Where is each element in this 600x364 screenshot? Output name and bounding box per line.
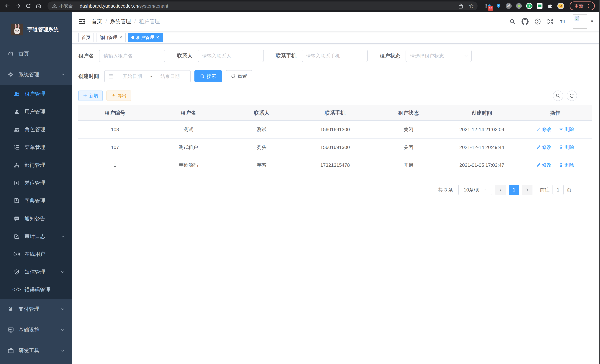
extension-y-icon[interactable]: Y: [526, 3, 533, 9]
tab-tenant[interactable]: 租户管理 ✕: [128, 33, 162, 42]
sidebar-item-label: 通知公告: [25, 215, 45, 222]
next-page-button[interactable]: [522, 185, 533, 195]
status-select[interactable]: 请选择租户状态: [406, 50, 472, 62]
goto-page-input[interactable]: [553, 185, 564, 195]
security-label[interactable]: 不安全: [59, 3, 73, 9]
profile-avatar-icon[interactable]: [557, 3, 564, 9]
sidebar-item-posts[interactable]: 岗位管理: [0, 174, 72, 192]
edit-button[interactable]: 修改: [536, 126, 552, 133]
cell-contact: 测试: [225, 121, 298, 138]
svg-text:?: ?: [536, 20, 539, 24]
extension-dot-icon[interactable]: [516, 3, 522, 9]
sidebar-item-menus[interactable]: 菜单管理: [0, 138, 72, 156]
cell-tenant-id: 108: [78, 121, 151, 138]
system-submenu: 租户管理 用户管理 角色管理: [0, 85, 72, 299]
tenant-name-label: 租户名: [78, 52, 94, 59]
browser-back-button[interactable]: [3, 1, 12, 10]
url-text[interactable]: dashboard.yudao.iocoder.cn/system/tenant: [80, 3, 458, 9]
sidebar-item-tenant[interactable]: 租户管理: [0, 85, 72, 103]
extension-command-icon[interactable]: ⌘: [506, 3, 512, 9]
sidebar-item-label: 部门管理: [25, 162, 45, 169]
sidebar-item-dict[interactable]: 字典管理: [0, 192, 72, 210]
prev-page-button[interactable]: [495, 185, 506, 195]
kebab-menu-icon[interactable]: ⋮: [586, 3, 591, 8]
sidebar-item-label: 首页: [19, 50, 29, 57]
sidebar-item-label: 岗位管理: [25, 179, 45, 187]
sidebar-item-devtools[interactable]: 研发工具: [0, 340, 72, 361]
address-bar[interactable]: 不安全 dashboard.yudao.iocoder.cn/system/te…: [47, 1, 478, 10]
sidebar-item-users[interactable]: 用户管理: [0, 103, 72, 121]
sidebar-logo[interactable]: 芋道管理系统: [0, 12, 72, 43]
sidebar-item-roles[interactable]: 角色管理: [0, 121, 72, 138]
logo-image: [11, 24, 23, 36]
sidebar-item-audit-log[interactable]: 审计日志: [0, 227, 72, 245]
header-search-icon[interactable]: [506, 15, 519, 28]
avatar-caret-icon[interactable]: ▼: [590, 19, 594, 24]
extensions-puzzle-icon[interactable]: [547, 3, 553, 9]
browser-update-button[interactable]: 更新 ⋮: [570, 1, 595, 10]
sidebar-item-system[interactable]: 系统管理: [0, 64, 72, 85]
close-icon[interactable]: ✕: [119, 35, 122, 40]
cell-status: 关闭: [372, 138, 445, 156]
mobile-input[interactable]: [302, 50, 368, 62]
breadcrumb-system[interactable]: 系统管理: [110, 18, 131, 25]
tab-departments[interactable]: 部门管理 ✕: [96, 33, 126, 42]
contact-input[interactable]: [198, 50, 264, 62]
delete-button[interactable]: 删除: [559, 126, 574, 133]
github-icon[interactable]: [519, 15, 531, 28]
extension-diamond-icon[interactable]: 10: [485, 3, 491, 9]
browser-forward-button[interactable]: [13, 1, 22, 10]
breadcrumb-home[interactable]: 首页: [92, 18, 102, 25]
cell-mobile: 15601691300: [298, 138, 372, 156]
column-header: 联系人: [225, 105, 298, 121]
filter-row-2: 创建时间 开始日期 - 结束日期 搜索: [78, 70, 592, 82]
toolbox-icon: [7, 347, 14, 354]
table-row: 108 测试 测试 15601691300 关闭 2021-12-14 21:0…: [78, 121, 592, 138]
close-icon[interactable]: ✕: [156, 35, 159, 40]
sidebar-item-error-codes[interactable]: </> 错误码管理: [0, 281, 72, 299]
sidebar-item-sms[interactable]: 短信管理: [0, 263, 72, 281]
sidebar-item-notices[interactable]: 通知公告: [0, 210, 72, 227]
toggle-search-button[interactable]: [553, 91, 563, 101]
create-time-range-picker[interactable]: 开始日期 - 结束日期: [104, 70, 191, 82]
browser-home-button[interactable]: [34, 1, 43, 10]
delete-button[interactable]: 删除: [559, 144, 574, 150]
sidebar-item-label: 短信管理: [25, 269, 45, 276]
start-date-placeholder: 开始日期: [115, 73, 150, 80]
user-avatar[interactable]: [573, 14, 587, 28]
roles-icon: [13, 126, 20, 133]
page-number-1[interactable]: 1: [509, 185, 519, 195]
bookmark-star-icon[interactable]: ☆: [469, 3, 474, 9]
sidebar-item-payment[interactable]: ¥ 支付管理: [0, 299, 72, 319]
refresh-button[interactable]: [567, 91, 577, 101]
browser-reload-button[interactable]: [24, 1, 33, 10]
tab-home[interactable]: 首页: [78, 33, 94, 42]
calendar-icon: [108, 74, 113, 79]
edit-button[interactable]: 修改: [536, 162, 552, 168]
extension-chat-icon[interactable]: [536, 3, 543, 9]
edit-button[interactable]: 修改: [536, 144, 552, 150]
delete-button[interactable]: 删除: [559, 162, 574, 168]
chevron-down-icon: [60, 348, 65, 353]
export-button[interactable]: 导出: [106, 91, 131, 101]
sidebar-item-infra[interactable]: 基础设施: [0, 319, 72, 340]
font-size-icon[interactable]: TT: [557, 15, 569, 28]
tenant-name-input[interactable]: [99, 50, 165, 62]
sidebar-item-departments[interactable]: 部门管理: [0, 156, 72, 174]
share-icon[interactable]: [458, 3, 464, 9]
help-icon[interactable]: ?: [531, 15, 544, 28]
page-size-select[interactable]: 10条/页: [458, 185, 492, 195]
sidebar-item-home[interactable]: 首页: [0, 43, 72, 64]
add-button[interactable]: 新增: [78, 91, 103, 101]
table-toolbar: 新增 导出: [78, 91, 592, 101]
extension-pin-icon[interactable]: [495, 3, 502, 9]
search-button[interactable]: 搜索: [194, 70, 222, 82]
sidebar-fold-icon[interactable]: [78, 18, 86, 25]
monitor-icon: [7, 327, 14, 333]
fullscreen-icon[interactable]: [544, 15, 557, 28]
notice-comment-icon: [13, 215, 20, 222]
cell-contact: 秃头: [225, 138, 298, 156]
sidebar-item-label: 角色管理: [25, 126, 45, 133]
sidebar-item-online-users[interactable]: 在线用户: [0, 245, 72, 263]
reset-button[interactable]: 重置: [225, 70, 252, 82]
